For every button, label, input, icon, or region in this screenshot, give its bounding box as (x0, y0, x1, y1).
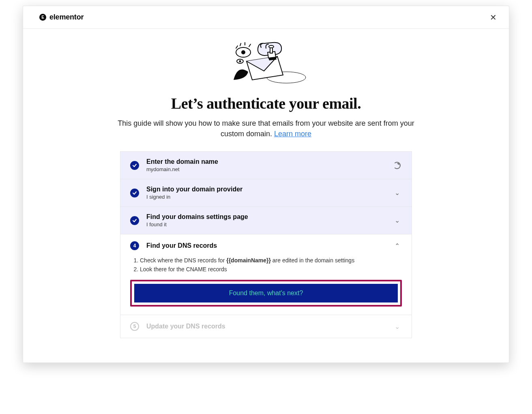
step-find-dns-records: 4 Find your DNS records ⌃ Check where th… (120, 234, 412, 315)
check-icon (130, 216, 139, 225)
expand-button[interactable]: ⌄ (392, 216, 402, 225)
chevron-down-icon: ⌄ (395, 217, 400, 224)
step-subtitle: mydomain.net (146, 166, 385, 172)
step-header[interactable]: Enter the domain name mydomain.net (120, 152, 412, 179)
step-title: Find your DNS records (146, 242, 385, 249)
close-button[interactable]: ✕ (487, 11, 499, 24)
instruction-text: are edited in the domain settings (271, 257, 354, 264)
hero: Let’s authenticate your email. This guid… (108, 40, 424, 139)
step-number-badge: 4 (130, 241, 139, 250)
step-title: Find your domains settings page (146, 213, 385, 221)
step-texts: Find your DNS records (146, 242, 385, 249)
step-texts: Update your DNS records (146, 323, 385, 330)
step-header[interactable]: Sign into your domain provider I signed … (120, 179, 412, 206)
step-title: Sign into your domain provider (146, 186, 385, 193)
brand-badge-icon: E (39, 14, 46, 21)
instruction-item: Check where the DNS records for {{domain… (140, 257, 402, 264)
step-texts: Sign into your domain provider I signed … (146, 186, 385, 200)
found-them-next-button[interactable]: Found them, what's next? (134, 284, 398, 302)
auth-email-modal: E elementor ✕ (23, 6, 509, 363)
svg-point-6 (269, 45, 274, 48)
chevron-up-icon: ⌃ (395, 242, 400, 250)
step-subtitle: I found it (146, 221, 385, 227)
step-find-settings: Find your domains settings page I found … (120, 206, 412, 234)
step-subtitle: I signed in (146, 194, 385, 200)
svg-rect-5 (270, 47, 272, 53)
learn-more-link[interactable]: Learn more (274, 130, 311, 138)
steps-list: Enter the domain name mydomain.net Sign … (120, 151, 412, 338)
step-body: Check where the DNS records for {{domain… (120, 257, 412, 315)
cta-highlight: Found them, what's next? (130, 280, 402, 307)
step-header[interactable]: Find your domains settings page I found … (120, 207, 412, 234)
instruction-text: Check where the DNS records for (140, 257, 226, 264)
instruction-item: Look there for the CNAME records (140, 266, 402, 272)
modal-content: Let’s authenticate your email. This guid… (23, 29, 509, 363)
expand-button[interactable]: ⌄ (392, 322, 402, 331)
step-texts: Find your domains settings page I found … (146, 213, 385, 227)
instructions-list: Check where the DNS records for {{domain… (140, 257, 402, 272)
expand-button[interactable]: ⌄ (392, 188, 402, 198)
step-enter-domain: Enter the domain name mydomain.net (120, 152, 412, 179)
page-subtitle: This guide will show you how to make sur… (108, 118, 424, 139)
domain-name-placeholder: {{domainName}} (226, 257, 271, 264)
step-update-dns-records: 5 Update your DNS records ⌄ (120, 315, 412, 338)
check-icon (130, 189, 139, 197)
step-texts: Enter the domain name mydomain.net (146, 158, 385, 172)
check-icon (130, 161, 139, 170)
page-title: Let’s authenticate your email. (171, 94, 361, 112)
subtitle-text: This guide will show you how to make sur… (118, 119, 414, 138)
svg-point-4 (239, 60, 241, 62)
refresh-button[interactable] (392, 161, 402, 170)
step-title: Update your DNS records (146, 323, 385, 330)
hero-illustration (225, 40, 307, 85)
step-title: Enter the domain name (146, 158, 385, 165)
svg-point-2 (241, 50, 245, 54)
step-header[interactable]: 5 Update your DNS records ⌄ (120, 315, 412, 338)
step-header[interactable]: 4 Find your DNS records ⌃ (120, 234, 412, 257)
close-icon: ✕ (490, 13, 497, 22)
brand-name: elementor (49, 13, 84, 21)
step-number-badge: 5 (130, 322, 139, 331)
collapse-button[interactable]: ⌃ (392, 241, 402, 251)
chevron-down-icon: ⌄ (395, 189, 400, 197)
brand: E elementor (39, 13, 84, 21)
modal-header: E elementor ✕ (23, 6, 509, 29)
refresh-icon (393, 162, 401, 169)
chevron-down-icon: ⌄ (395, 323, 400, 330)
step-sign-in-provider: Sign into your domain provider I signed … (120, 179, 412, 206)
